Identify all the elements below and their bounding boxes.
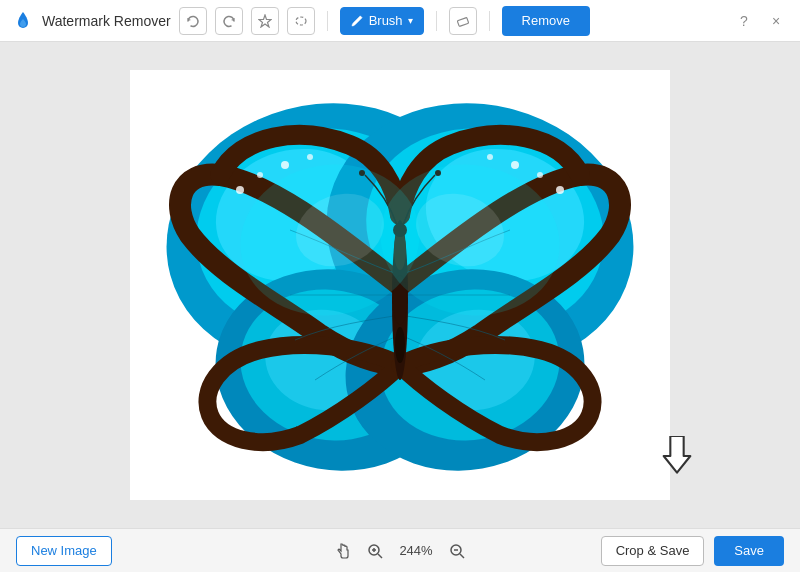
bottom-right: Crop & Save Save xyxy=(601,536,784,566)
svg-point-27 xyxy=(395,327,405,363)
undo-icon xyxy=(186,14,200,28)
toolbar-separator-1 xyxy=(327,11,328,31)
svg-point-1 xyxy=(296,17,306,25)
svg-point-22 xyxy=(511,161,519,169)
image-container xyxy=(130,70,670,500)
chevron-down-icon: ▾ xyxy=(408,15,413,26)
close-icon: × xyxy=(772,13,780,29)
pan-tool-button[interactable] xyxy=(332,540,354,562)
svg-line-39 xyxy=(378,554,382,558)
redo-icon xyxy=(222,14,236,28)
titlebar-left: Watermark Remover xyxy=(12,6,590,36)
app-title: Watermark Remover xyxy=(42,13,171,29)
toolbar-separator-3 xyxy=(489,11,490,31)
svg-point-16 xyxy=(236,186,244,194)
save-label: Save xyxy=(734,543,764,558)
zoom-in-button[interactable] xyxy=(364,540,386,562)
zoom-controls: 244% xyxy=(332,540,468,562)
help-button[interactable]: ? xyxy=(732,9,756,33)
zoom-level: 244% xyxy=(396,543,436,558)
remove-label: Remove xyxy=(522,13,570,28)
zoom-in-icon xyxy=(366,542,384,560)
butterfly-image xyxy=(140,75,660,495)
save-button[interactable]: Save xyxy=(714,536,784,566)
toolbar-separator-2 xyxy=(436,11,437,31)
app-logo-icon xyxy=(12,10,34,32)
brush-dropdown-button[interactable]: Brush ▾ xyxy=(340,7,424,35)
close-button[interactable]: × xyxy=(764,9,788,33)
lasso-icon xyxy=(294,14,308,28)
canvas-area[interactable] xyxy=(0,42,800,528)
undo-button[interactable] xyxy=(179,7,207,35)
svg-point-23 xyxy=(487,154,493,160)
star-icon xyxy=(258,14,272,28)
remove-button[interactable]: Remove xyxy=(502,6,590,36)
bottombar: New Image 244% C xyxy=(0,528,800,572)
help-icon: ? xyxy=(740,13,748,29)
svg-line-42 xyxy=(460,554,464,558)
svg-marker-35 xyxy=(664,436,691,473)
lasso-button[interactable] xyxy=(287,7,315,35)
brush-icon xyxy=(351,14,364,27)
redo-button[interactable] xyxy=(215,7,243,35)
titlebar: Watermark Remover xyxy=(0,0,800,42)
hand-icon xyxy=(334,542,352,560)
svg-point-18 xyxy=(281,161,289,169)
svg-marker-0 xyxy=(259,15,271,27)
svg-point-17 xyxy=(257,172,263,178)
bottom-left: New Image xyxy=(16,536,112,566)
titlebar-right: ? × xyxy=(732,9,788,33)
zoom-out-icon xyxy=(448,542,466,560)
svg-rect-2 xyxy=(457,17,468,26)
erase-button[interactable] xyxy=(449,7,477,35)
pin-button[interactable] xyxy=(251,7,279,35)
brush-label: Brush xyxy=(369,13,403,28)
crop-save-button[interactable]: Crop & Save xyxy=(601,536,705,566)
svg-point-19 xyxy=(307,154,313,160)
crop-save-label: Crop & Save xyxy=(616,543,690,558)
svg-point-20 xyxy=(556,186,564,194)
new-image-label: New Image xyxy=(31,543,97,558)
download-arrow-icon xyxy=(659,436,695,476)
new-image-button[interactable]: New Image xyxy=(16,536,112,566)
zoom-out-button[interactable] xyxy=(446,540,468,562)
eraser-icon xyxy=(456,14,470,28)
svg-point-21 xyxy=(537,172,543,178)
